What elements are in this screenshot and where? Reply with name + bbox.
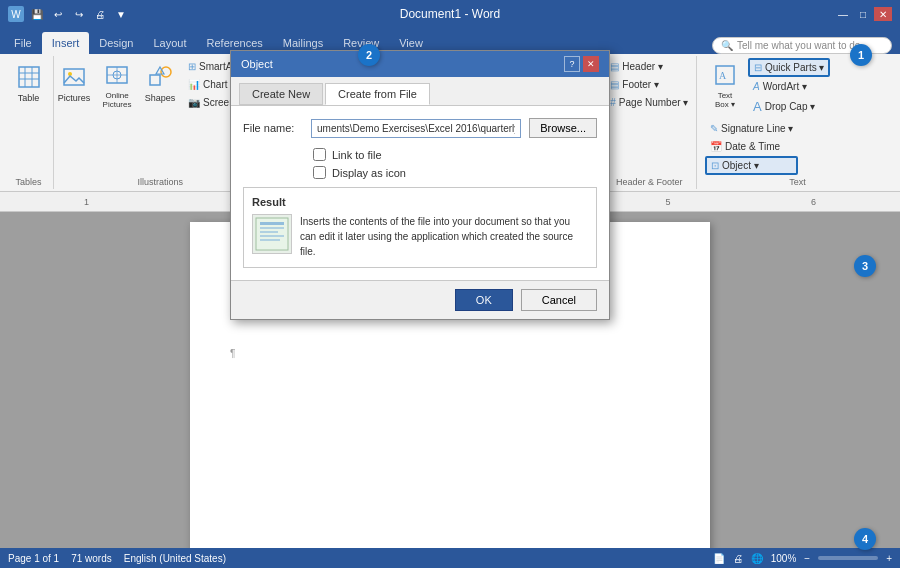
shapes-label: Shapes — [145, 93, 176, 103]
title-bar-left: W 💾 ↩ ↪ 🖨 ▼ — [8, 5, 130, 23]
word-count: 71 words — [71, 553, 112, 564]
svg-rect-27 — [260, 239, 280, 241]
quick-parts-btn[interactable]: ⊟ Quick Parts ▾ — [748, 58, 830, 77]
view-print-btn[interactable]: 🖨 — [733, 553, 743, 564]
document-title: Document1 - Word — [400, 7, 500, 21]
save-quick-btn[interactable]: 💾 — [28, 5, 46, 23]
file-name-label: File name: — [243, 122, 303, 134]
dialog-help-btn[interactable]: ? — [564, 56, 580, 72]
search-icon: 🔍 — [721, 40, 733, 51]
svg-rect-25 — [260, 231, 278, 233]
page-number-btn[interactable]: # Page Number ▾ — [605, 94, 693, 111]
result-label: Result — [252, 196, 588, 208]
wordart-icon: A — [753, 81, 760, 92]
dialog-options: Link to file Display as icon — [243, 148, 597, 179]
date-time-label: Date & Time — [725, 141, 780, 152]
result-content: Inserts the contents of the file into yo… — [252, 214, 588, 259]
table-btn[interactable]: Table — [9, 58, 49, 108]
zoom-minus-btn[interactable]: − — [804, 553, 810, 564]
object-icon: ⊡ — [711, 160, 719, 171]
shapes-btn[interactable]: Shapes — [140, 58, 180, 108]
textbox-label: TextBox ▾ — [715, 91, 735, 109]
header-icon: ▤ — [610, 61, 619, 72]
screenshot-icon: 📷 — [188, 97, 200, 108]
drop-cap-label: Drop Cap ▾ — [765, 101, 816, 112]
header-btn[interactable]: ▤ Header ▾ — [605, 58, 693, 75]
cancel-button[interactable]: Cancel — [521, 289, 597, 311]
word-icon: W — [8, 6, 24, 22]
page-number-label: Page Number ▾ — [619, 97, 688, 108]
wordart-btn[interactable]: A WordArt ▾ — [748, 78, 830, 95]
view-web-btn[interactable]: 🌐 — [751, 553, 763, 564]
online-pictures-label: OnlinePictures — [103, 91, 132, 109]
browse-button[interactable]: Browse... — [529, 118, 597, 138]
more-quick-btn[interactable]: ▼ — [112, 5, 130, 23]
header-footer-group-label: Header & Footer — [616, 175, 683, 187]
display-as-icon-label: Display as icon — [332, 167, 406, 179]
drop-cap-icon: A — [753, 99, 762, 114]
date-time-icon: 📅 — [710, 141, 722, 152]
svg-rect-0 — [19, 67, 39, 87]
dialog-footer: OK Cancel — [231, 280, 609, 319]
callout-3: 3 — [854, 255, 876, 277]
tab-insert[interactable]: Insert — [42, 32, 90, 54]
file-name-row: File name: Browse... — [243, 118, 597, 138]
zoom-slider[interactable] — [818, 556, 878, 560]
footer-icon: ▤ — [610, 79, 619, 90]
textbox-btn[interactable]: A TextBox ▾ — [705, 58, 745, 112]
print-quick-btn[interactable]: 🖨 — [91, 5, 109, 23]
zoom-plus-btn[interactable]: + — [886, 553, 892, 564]
close-btn[interactable]: ✕ — [874, 7, 892, 21]
page-number-icon: # — [610, 97, 616, 108]
footer-btn[interactable]: ▤ Footer ▾ — [605, 76, 693, 93]
link-to-file-label: Link to file — [332, 149, 382, 161]
tab-layout[interactable]: Layout — [144, 32, 197, 54]
search-placeholder: Tell me what you want to do — [737, 40, 860, 51]
pictures-icon — [60, 63, 88, 91]
table-label: Table — [18, 93, 40, 103]
textbox-icon: A — [711, 61, 739, 89]
drop-cap-btn[interactable]: A Drop Cap ▾ — [748, 96, 830, 117]
redo-quick-btn[interactable]: ↪ — [70, 5, 88, 23]
signature-line-btn[interactable]: ✎ Signature Line ▾ — [705, 120, 798, 137]
dialog-titlebar: Object ? ✕ — [231, 51, 609, 77]
signature-line-icon: ✎ — [710, 123, 718, 134]
link-to-file-row: Link to file — [313, 148, 597, 161]
date-time-btn[interactable]: 📅 Date & Time — [705, 138, 798, 155]
svg-rect-23 — [260, 222, 284, 225]
object-btn[interactable]: ⊡ Object ▾ — [705, 156, 798, 175]
view-read-btn[interactable]: 📄 — [713, 553, 725, 564]
svg-text:A: A — [719, 70, 727, 81]
object-label: Object ▾ — [722, 160, 759, 171]
dialog-result-section: Result Inserts the contents of the file … — [243, 187, 597, 268]
dialog-body: File name: Browse... Link to file Displa… — [231, 106, 609, 280]
pictures-btn[interactable]: Pictures — [54, 58, 94, 108]
link-to-file-checkbox[interactable] — [313, 148, 326, 161]
minimize-btn[interactable]: — — [834, 7, 852, 21]
object-dialog: Object ? ✕ Create New Create from File F… — [230, 50, 610, 320]
pilcrow-2: ¶ — [230, 346, 670, 362]
window-controls: — □ ✕ — [834, 7, 892, 21]
chart-label: Chart — [203, 79, 227, 90]
create-new-tab[interactable]: Create New — [239, 83, 323, 105]
display-as-icon-checkbox[interactable] — [313, 166, 326, 179]
file-name-input[interactable] — [311, 119, 521, 138]
result-text: Inserts the contents of the file into yo… — [300, 214, 588, 259]
chart-icon: 📊 — [188, 79, 200, 90]
tables-group-label: Tables — [15, 175, 41, 187]
ribbon-group-text: A TextBox ▾ ⊟ Quick Parts ▾ A WordArt ▾ — [699, 56, 896, 189]
dialog-close-btn[interactable]: ✕ — [583, 56, 599, 72]
maximize-btn[interactable]: □ — [854, 7, 872, 21]
ok-button[interactable]: OK — [455, 289, 513, 311]
page-indicator: Page 1 of 1 — [8, 553, 59, 564]
undo-quick-btn[interactable]: ↩ — [49, 5, 67, 23]
tab-design[interactable]: Design — [89, 32, 143, 54]
wordart-label: WordArt ▾ — [763, 81, 807, 92]
shapes-icon — [146, 63, 174, 91]
online-pictures-btn[interactable]: OnlinePictures — [97, 58, 137, 112]
tab-file[interactable]: File — [4, 32, 42, 54]
signature-line-label: Signature Line ▾ — [721, 123, 793, 134]
create-from-file-tab[interactable]: Create from File — [325, 83, 430, 105]
callout-2: 2 — [358, 44, 380, 66]
result-icon — [252, 214, 292, 254]
